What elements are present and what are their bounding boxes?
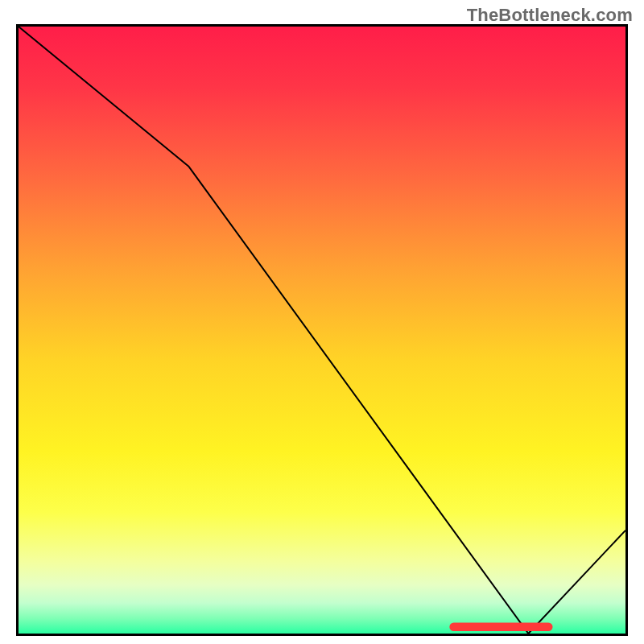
- footer-marker: [449, 622, 552, 631]
- gradient-background: [19, 27, 625, 634]
- attribution-text: TheBottleneck.com: [467, 5, 633, 26]
- chart-svg: [19, 27, 625, 634]
- plot-area: [16, 24, 628, 636]
- chart-frame: TheBottleneck.com: [0, 0, 644, 644]
